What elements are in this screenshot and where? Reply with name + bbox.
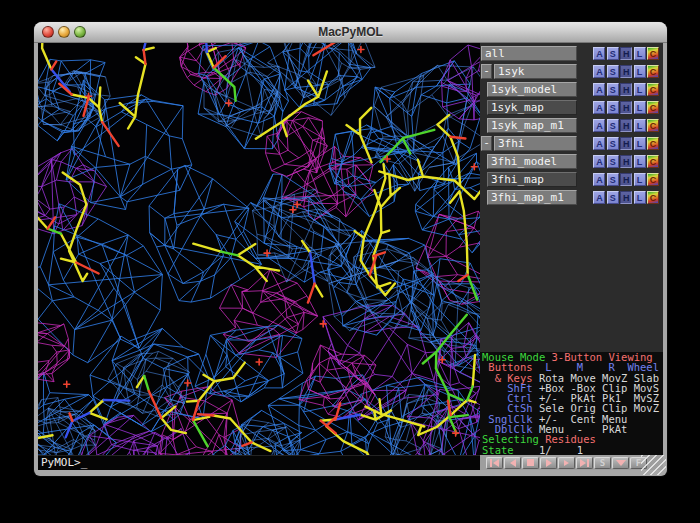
action-h-button-1syk[interactable]: H xyxy=(620,65,632,78)
action-a-button-3fhi_map[interactable]: A xyxy=(593,173,605,186)
collapse-toggle-3fhi[interactable]: - xyxy=(481,136,492,151)
object-button-all[interactable]: all xyxy=(481,46,577,61)
object-row-1syk_map_m1: 1syk_map_m1ASHLC xyxy=(481,117,663,134)
action-a-button-all[interactable]: A xyxy=(593,47,605,60)
action-c-button-3fhi_model[interactable]: C xyxy=(647,155,659,168)
object-panel: allASHLC-1sykASHLC1syk_modelASHLC1syk_ma… xyxy=(480,43,663,206)
action-s-button-1syk_map[interactable]: S xyxy=(607,101,619,114)
action-c-button-3fhi[interactable]: C xyxy=(647,137,659,150)
action-c-button-1syk_model[interactable]: C xyxy=(647,83,659,96)
action-s-button-3fhi_map_m1[interactable]: S xyxy=(607,191,619,204)
object-row-3fhi_model: 3fhi_modelASHLC xyxy=(481,153,663,170)
step-back-button[interactable] xyxy=(504,457,521,469)
object-row-1syk_model: 1syk_modelASHLC xyxy=(481,81,663,98)
state-indicator-text: 1/ 1 xyxy=(514,444,584,456)
action-c-button-1syk_map[interactable]: C xyxy=(647,101,659,114)
action-buttons-3fhi_map_m1: ASHLC xyxy=(592,191,659,204)
stop-icon xyxy=(527,459,534,466)
action-a-button-1syk_model[interactable]: A xyxy=(593,83,605,96)
object-button-1syk_model[interactable]: 1syk_model xyxy=(487,82,577,97)
object-button-3fhi_map_m1[interactable]: 3fhi_map_m1 xyxy=(487,190,577,205)
action-c-button-3fhi_map[interactable]: C xyxy=(647,173,659,186)
action-a-button-3fhi_model[interactable]: A xyxy=(593,155,605,168)
action-a-button-1syk_map_m1[interactable]: A xyxy=(593,119,605,132)
action-l-button-1syk_map_m1[interactable]: L xyxy=(634,119,646,132)
action-h-button-3fhi_map[interactable]: H xyxy=(620,173,632,186)
action-s-button-1syk_model[interactable]: S xyxy=(607,83,619,96)
action-s-button-all[interactable]: S xyxy=(607,47,619,60)
resize-grip[interactable] xyxy=(641,455,666,475)
action-buttons-1syk_map: ASHLC xyxy=(592,101,659,114)
action-s-button-3fhi_map[interactable]: S xyxy=(607,173,619,186)
command-line[interactable]: PyMOL>_ xyxy=(38,455,480,470)
object-button-1syk[interactable]: 1syk xyxy=(494,64,577,79)
text-cursor: _ xyxy=(81,456,88,469)
go-to-end-button[interactable] xyxy=(576,457,593,469)
minimize-button[interactable] xyxy=(58,26,70,38)
action-l-button-3fhi_map[interactable]: L xyxy=(634,173,646,186)
action-l-button-all[interactable]: L xyxy=(634,47,646,60)
scene-button[interactable]: S xyxy=(594,457,611,469)
action-h-button-1syk_map[interactable]: H xyxy=(620,101,632,114)
object-button-1syk_map_m1[interactable]: 1syk_map_m1 xyxy=(487,118,577,133)
object-row-1syk_map: 1syk_mapASHLC xyxy=(481,99,663,116)
action-s-button-1syk_map_m1[interactable]: S xyxy=(607,119,619,132)
command-prompt: PyMOL> xyxy=(41,456,81,469)
action-a-button-1syk[interactable]: A xyxy=(593,65,605,78)
action-c-button-1syk[interactable]: C xyxy=(647,65,659,78)
action-h-button-all[interactable]: H xyxy=(620,47,632,60)
close-button[interactable] xyxy=(42,26,54,38)
go-to-start-button[interactable] xyxy=(486,457,503,469)
action-h-button-3fhi[interactable]: H xyxy=(620,137,632,150)
down-triangle-icon xyxy=(616,460,626,466)
object-button-3fhi_map[interactable]: 3fhi_map xyxy=(487,172,577,187)
action-a-button-3fhi[interactable]: A xyxy=(593,137,605,150)
window-title: MacPyMOL xyxy=(34,22,667,42)
action-buttons-3fhi: ASHLC xyxy=(592,137,659,150)
step-forward-button[interactable] xyxy=(558,457,575,469)
action-h-button-3fhi_model[interactable]: H xyxy=(620,155,632,168)
action-l-button-3fhi_model[interactable]: L xyxy=(634,155,646,168)
object-button-3fhi_model[interactable]: 3fhi_model xyxy=(487,154,577,169)
action-c-button-all[interactable]: C xyxy=(647,47,659,60)
action-s-button-1syk[interactable]: S xyxy=(607,65,619,78)
molecular-scene xyxy=(38,43,480,455)
object-button-1syk_map[interactable]: 1syk_map xyxy=(487,100,577,115)
sidebar: allASHLC-1sykASHLC1syk_modelASHLC1syk_ma… xyxy=(480,43,663,455)
stop-button[interactable] xyxy=(522,457,539,469)
action-l-button-1syk_model[interactable]: L xyxy=(634,83,646,96)
traffic-lights xyxy=(42,26,86,38)
action-buttons-1syk: ASHLC xyxy=(592,65,659,78)
state-indicator-text: State xyxy=(482,444,514,456)
title-bar[interactable]: MacPyMOL xyxy=(34,22,667,43)
action-l-button-1syk_map[interactable]: L xyxy=(634,101,646,114)
action-buttons-all: ASHLC xyxy=(592,47,659,60)
action-l-button-3fhi[interactable]: L xyxy=(634,137,646,150)
action-h-button-1syk_map_m1[interactable]: H xyxy=(620,119,632,132)
scene-button-label: S xyxy=(600,458,605,468)
state-indicator[interactable]: State 1/ 1 xyxy=(480,445,663,455)
action-s-button-3fhi_model[interactable]: S xyxy=(607,155,619,168)
collapse-toggle-1syk[interactable]: - xyxy=(481,64,492,79)
action-c-button-3fhi_map_m1[interactable]: C xyxy=(647,191,659,204)
step-back-icon xyxy=(510,459,516,467)
menu-button[interactable] xyxy=(612,457,629,469)
skip-end-icon xyxy=(580,459,589,467)
action-l-button-3fhi_map_m1[interactable]: L xyxy=(634,191,646,204)
action-l-button-1syk[interactable]: L xyxy=(634,65,646,78)
action-c-button-1syk_map_m1[interactable]: C xyxy=(647,119,659,132)
object-row-3fhi_map_m1: 3fhi_map_m1ASHLC xyxy=(481,189,663,206)
object-row-3fhi: -3fhiASHLC xyxy=(481,135,663,152)
viewport-3d[interactable] xyxy=(38,43,480,455)
object-button-3fhi[interactable]: 3fhi xyxy=(494,136,577,151)
action-a-button-3fhi_map_m1[interactable]: A xyxy=(593,191,605,204)
action-h-button-3fhi_map_m1[interactable]: H xyxy=(620,191,632,204)
action-buttons-1syk_model: ASHLC xyxy=(592,83,659,96)
action-h-button-1syk_model[interactable]: H xyxy=(620,83,632,96)
play-button[interactable] xyxy=(540,457,557,469)
action-a-button-1syk_map[interactable]: A xyxy=(593,101,605,114)
action-buttons-3fhi_map: ASHLC xyxy=(592,173,659,186)
play-icon xyxy=(546,459,552,467)
action-s-button-3fhi[interactable]: S xyxy=(607,137,619,150)
zoom-button[interactable] xyxy=(74,26,86,38)
